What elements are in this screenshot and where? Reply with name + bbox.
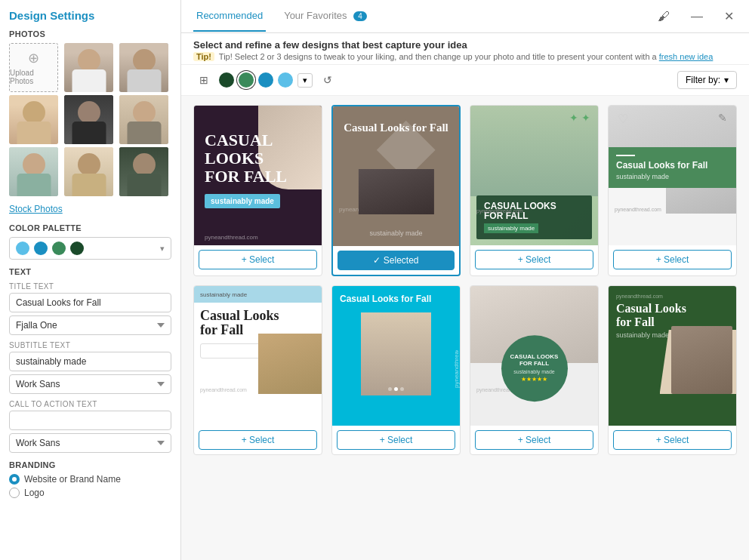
card7-actions: + Select [470, 426, 598, 454]
color-filter-blue[interactable] [258, 72, 273, 88]
card-image-2: Casual Looks for Fall sustainably made p… [333, 106, 459, 246]
card4-title: Casual Looks for Fall [616, 160, 729, 171]
grid-view-btn[interactable]: ⊞ [193, 69, 214, 91]
card-image-3: ✦ ✦ Casual Looksfor Fall sustainably mad… [470, 106, 598, 245]
color-dot-1 [16, 242, 29, 255]
photo-thumb[interactable] [9, 147, 58, 196]
photo-thumb[interactable] [119, 147, 168, 196]
card2-title: Casual Looks for Fall [344, 122, 448, 134]
color-palette-selector[interactable]: ▾ [9, 237, 171, 260]
branding-website-option[interactable]: Website or Brand Name [9, 474, 171, 485]
title-text-input[interactable] [9, 293, 171, 312]
photo-thumb[interactable] [119, 95, 168, 144]
palette-dropdown-arrow: ▾ [160, 244, 165, 254]
minus-icon-btn[interactable]: — [688, 7, 706, 26]
card7-subtitle: sustainably made [513, 369, 554, 374]
subtitle-text-label: SUBTITLE TEXT [9, 341, 171, 349]
branding-section-label: Branding [9, 460, 171, 469]
color-dot-3 [52, 242, 66, 255]
card8-select-btn[interactable]: + Select [613, 430, 732, 450]
card7-select-btn[interactable]: + Select [475, 430, 593, 450]
color-filter-light-blue[interactable] [278, 72, 293, 88]
instruction-tip: Tip! Tip! Select 2 or 3 designs to tweak… [193, 52, 737, 61]
card3-subtitle: sustainably made [484, 223, 538, 233]
card8-title: Casual Looksfor Fall [616, 302, 729, 328]
card1-subtitle: sustainably made [205, 194, 280, 208]
upload-photos-btn[interactable]: ⊕ Upload Photos [9, 43, 58, 92]
title-font-select[interactable]: Fjalla One [9, 315, 171, 335]
card1-select-btn[interactable]: + Select [199, 250, 317, 269]
card1-domain: pyneandthread.com [205, 234, 258, 241]
card4-line [616, 155, 635, 156]
card6-dots [332, 387, 460, 391]
design-card-6[interactable]: Casual Looks for Fall pyneandthread.com [331, 285, 461, 455]
tip-icon: Tip! [193, 52, 214, 61]
radio-logo-empty [9, 488, 20, 498]
card7-circle: Casual Looks for Fall sustainably made ★… [501, 335, 568, 402]
color-palette-label: Color Palette [9, 223, 171, 232]
sidebar-title: Design Settings [9, 9, 171, 22]
filter-by-btn[interactable]: Filter by: ▾ [677, 71, 737, 89]
card-image-4: ♡ ✎ Casual Looks for Fall sustainably ma… [609, 106, 736, 245]
sidebar: Design Settings Photos ⊕ Upload Photos [0, 0, 181, 560]
card-image-5: sustainably made Casual Looksfor Fall py… [194, 286, 322, 426]
favorites-badge: 4 [353, 11, 367, 21]
design-card-7[interactable]: Casual Looks for Fall sustainably made ★… [470, 285, 599, 455]
card3-select-btn[interactable]: + Select [475, 250, 593, 269]
subtitle-font-select[interactable]: Work Sans [9, 374, 171, 394]
refresh-icon-btn[interactable]: ↺ [317, 69, 338, 91]
text-section: Text TITLE TEXT Fjalla One SUBTITLE TEXT… [9, 267, 171, 453]
color-filter-green[interactable] [239, 72, 254, 88]
color-filter-dark-green[interactable] [219, 72, 234, 88]
design-card-1[interactable]: CasualLooksfor Fall sustainably made pyn… [193, 105, 322, 276]
photo-thumb[interactable] [119, 43, 168, 92]
tab-recommended[interactable]: Recommended [193, 1, 266, 32]
cta-text-label: CALL TO ACTION TEXT [9, 400, 171, 408]
card6-select-btn[interactable]: + Select [337, 430, 455, 450]
card4-select-btn[interactable]: + Select [613, 250, 732, 269]
filter-dropdown-arrow: ▾ [724, 75, 729, 85]
subtitle-text-input[interactable] [9, 352, 171, 371]
photo-grid: ⊕ Upload Photos [9, 43, 171, 196]
design-card-3[interactable]: ✦ ✦ Casual Looksfor Fall sustainably mad… [470, 105, 599, 276]
card7-stars: ★★★★★ [521, 376, 547, 383]
stock-photos-btn[interactable]: Stock Photos [9, 204, 63, 214]
photo-thumb[interactable] [9, 95, 58, 144]
heart-icon: ♡ [618, 112, 628, 126]
radio-website-selected [9, 474, 20, 485]
design-card-2[interactable]: Casual Looks for Fall sustainably made p… [331, 105, 461, 276]
card4-domain: pyneandthread.com [615, 207, 661, 212]
design-card-8[interactable]: pyneandthread.com Casual Looksfor Fall s… [608, 285, 737, 455]
color-dropdown-btn[interactable]: ▾ [297, 73, 313, 88]
text-section-label: Text [9, 267, 171, 276]
instruction-title: Select and refine a few designs that bes… [193, 39, 737, 51]
card6-actions: + Select [332, 426, 460, 454]
design-toolbar: ⊞ ▾ ↺ Filter by: ▾ [181, 65, 749, 96]
cta-font-select[interactable]: Work Sans [9, 433, 171, 453]
card2-select-btn[interactable]: ✓ Selected [338, 251, 455, 270]
design-grid: CasualLooksfor Fall sustainably made pyn… [193, 105, 737, 455]
card3-domain: pyneandthread.com [476, 208, 523, 214]
card6-vertical-text: pyneandthread.com [332, 350, 460, 388]
brush-icon-btn[interactable]: 🖌 [655, 7, 673, 26]
card5-domain: pyneandthread.com [200, 387, 247, 392]
design-card-4[interactable]: ♡ ✎ Casual Looks for Fall sustainably ma… [608, 105, 737, 276]
branding-logo-option[interactable]: Logo [9, 488, 171, 498]
card5-actions: + Select [194, 426, 322, 454]
design-card-5[interactable]: sustainably made Casual Looksfor Fall py… [193, 285, 322, 455]
card5-top: sustainably made [194, 286, 322, 303]
photo-thumb[interactable] [64, 43, 113, 92]
photo-thumb[interactable] [64, 147, 113, 196]
design-grid-area: CasualLooksfor Fall sustainably made pyn… [181, 96, 749, 560]
card1-title: CasualLooksfor Fall [205, 131, 311, 186]
title-text-label: TITLE TEXT [9, 282, 171, 291]
tab-favorites[interactable]: Your Favorites 4 [281, 1, 370, 32]
card-image-1: CasualLooksfor Fall sustainably made pyn… [194, 106, 322, 245]
photo-thumb[interactable] [64, 95, 113, 144]
top-bar: Recommended Your Favorites 4 🖌 — ✕ [181, 0, 749, 33]
tip-fresh-link[interactable]: fresh new idea [659, 52, 714, 61]
cta-text-input[interactable] [9, 411, 171, 430]
close-icon-btn[interactable]: ✕ [721, 6, 737, 26]
card4-subtitle: sustainably made [616, 173, 729, 180]
card5-select-btn[interactable]: + Select [199, 430, 317, 450]
